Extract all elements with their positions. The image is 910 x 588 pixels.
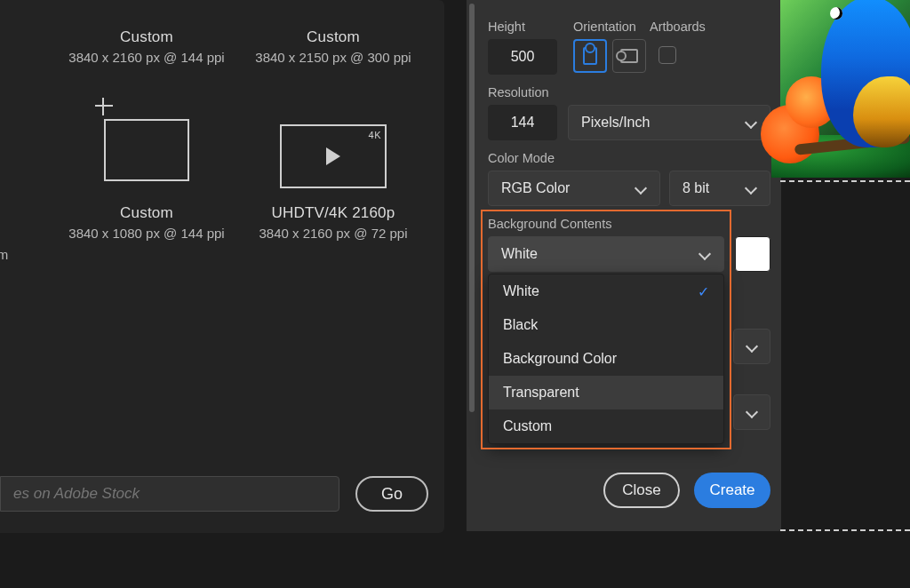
bg-option-background-color[interactable]: Background Color bbox=[489, 342, 723, 376]
video-4k-icon: 4K bbox=[280, 124, 387, 188]
color-mode-value: RGB Color bbox=[501, 180, 570, 196]
new-doc-properties-panel: Height Orientation Artboards 500 Resolut… bbox=[466, 0, 781, 531]
create-button[interactable]: Create bbox=[694, 473, 770, 508]
preset-label: UHDTV/4K 2160p bbox=[235, 204, 431, 222]
bg-option-label: Black bbox=[503, 317, 538, 333]
chevron-down-icon bbox=[635, 182, 647, 195]
chevron-down-icon bbox=[745, 116, 757, 129]
preset-dims: 3840 x 2150 px @ 300 ppi bbox=[235, 50, 431, 65]
orientation-landscape-button[interactable] bbox=[612, 39, 646, 73]
color-mode-select[interactable]: RGB Color bbox=[488, 171, 660, 206]
guide-line bbox=[780, 180, 910, 182]
orientation-label: Orientation bbox=[573, 20, 636, 34]
advanced-select-1[interactable] bbox=[733, 329, 770, 364]
bg-option-black[interactable]: Black bbox=[489, 308, 723, 342]
preset-label: Custom bbox=[49, 204, 244, 222]
bg-option-label: Custom bbox=[503, 418, 552, 434]
preset-custom-2[interactable]: Custom 3840 x 2150 px @ 300 ppi bbox=[235, 0, 431, 65]
resolution-label: Resolution bbox=[488, 85, 549, 99]
preset-custom-1[interactable]: Custom 3840 x 2160 px @ 144 ppi bbox=[49, 0, 244, 65]
advanced-select-2[interactable] bbox=[733, 394, 770, 430]
artboards-checkbox[interactable] bbox=[659, 46, 676, 64]
stock-search-input[interactable] bbox=[0, 476, 339, 512]
landscape-icon bbox=[620, 49, 638, 63]
preset-dims: 3840 x 2160 px @ 144 ppi bbox=[49, 50, 244, 65]
guide-line bbox=[780, 529, 910, 531]
preset-left-hint-2: 0 ppcm bbox=[0, 247, 8, 262]
scrollbar-thumb[interactable] bbox=[469, 4, 475, 412]
background-contents-select[interactable]: White bbox=[488, 236, 724, 272]
video-4k-tag: 4K bbox=[369, 130, 381, 140]
preset-label: Custom bbox=[49, 28, 244, 46]
resolution-input[interactable]: 144 bbox=[488, 105, 557, 140]
height-input[interactable]: 500 bbox=[488, 39, 557, 75]
background-contents-value: White bbox=[501, 246, 538, 262]
preset-gallery: 0 ppi 0 ppcm Custom 3840 x 2160 px @ 144… bbox=[0, 0, 444, 533]
bg-option-label: White bbox=[503, 283, 539, 299]
stock-go-button[interactable]: Go bbox=[355, 476, 428, 512]
blank-doc-icon bbox=[104, 119, 189, 181]
close-button[interactable]: Close bbox=[603, 473, 680, 508]
chevron-down-icon bbox=[746, 406, 758, 418]
panel-scrollbar[interactable] bbox=[467, 0, 477, 531]
orientation-portrait-button[interactable] bbox=[573, 39, 607, 73]
preset-label: Custom bbox=[235, 28, 431, 46]
preset-uhdtv-4k[interactable]: 4K UHDTV/4K 2160p 3840 x 2160 px @ 72 pp… bbox=[235, 114, 431, 241]
play-icon bbox=[326, 147, 340, 165]
bg-option-white[interactable]: White ✓ bbox=[489, 274, 723, 308]
background-contents-dropdown: White ✓ Black Background Color Transpare… bbox=[488, 274, 724, 444]
background-contents-label: Background Contents bbox=[488, 217, 611, 231]
resolution-unit-select[interactable]: Pixels/Inch bbox=[568, 105, 770, 140]
preset-dims: 3840 x 1080 px @ 144 ppi bbox=[49, 226, 244, 241]
preset-custom-3[interactable]: Custom 3840 x 1080 px @ 144 ppi bbox=[49, 114, 244, 241]
color-depth-value: 8 bit bbox=[682, 180, 709, 196]
background-photo bbox=[780, 0, 910, 178]
background-color-swatch[interactable] bbox=[735, 236, 770, 272]
chevron-down-icon bbox=[745, 182, 757, 195]
bg-option-label: Background Color bbox=[503, 351, 617, 367]
check-icon: ✓ bbox=[698, 283, 709, 300]
chevron-down-icon bbox=[746, 340, 758, 353]
artboards-label: Artboards bbox=[650, 20, 706, 34]
resolution-unit-value: Pixels/Inch bbox=[581, 115, 650, 131]
bg-option-label: Transparent bbox=[503, 385, 579, 401]
bg-option-custom[interactable]: Custom bbox=[489, 409, 723, 443]
bg-option-transparent[interactable]: Transparent bbox=[489, 376, 723, 409]
color-mode-label: Color Mode bbox=[488, 151, 555, 165]
color-depth-select[interactable]: 8 bit bbox=[669, 171, 770, 206]
height-label: Height bbox=[488, 20, 525, 34]
preset-dims: 3840 x 2160 px @ 72 ppi bbox=[235, 226, 431, 241]
chevron-down-icon bbox=[698, 248, 711, 260]
portrait-icon bbox=[583, 47, 597, 65]
